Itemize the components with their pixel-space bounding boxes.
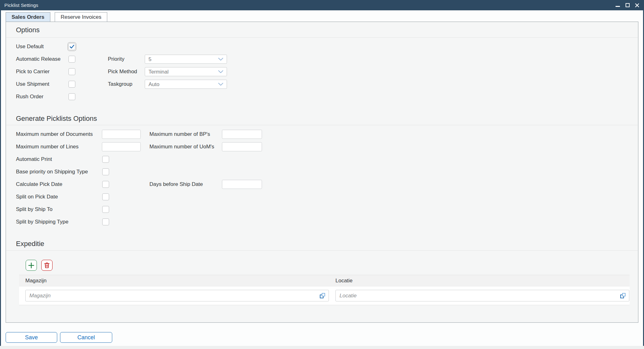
taskgroup-value: Auto <box>148 81 218 87</box>
priority-label: Priority <box>108 56 124 62</box>
pick-method-dropdown[interactable]: Terminal <box>145 67 227 76</box>
value-help-icon[interactable] <box>619 292 626 299</box>
rush-order-row: Rush Order <box>6 90 638 103</box>
pick-to-carrier-row: Pick to Carrier Pick Method Terminal <box>6 65 638 78</box>
save-button[interactable]: Save <box>6 332 57 343</box>
base-priority-checkbox[interactable] <box>102 168 109 175</box>
pick-to-carrier-label: Pick to Carrier <box>16 69 50 75</box>
column-header-locatie: Locatie <box>335 278 353 284</box>
split-on-pick-date-label: Split on Pick Date <box>16 194 58 200</box>
options-section-title: Options <box>16 26 40 34</box>
calculate-pick-date-row: Calculate Pick Date Days before Ship Dat… <box>6 178 638 191</box>
magazijn-input[interactable] <box>26 290 319 301</box>
days-before-ship-date-input[interactable] <box>222 180 262 189</box>
pick-to-carrier-checkbox[interactable] <box>68 68 75 75</box>
base-priority-label: Base priority on Shipping Type <box>16 169 88 175</box>
trash-icon <box>44 262 50 268</box>
section-divider <box>6 125 638 125</box>
use-shipment-label: Use Shipment <box>16 81 49 87</box>
automatic-release-label: Automatic Release <box>16 56 61 62</box>
window-title: Picklist Settings <box>4 3 38 8</box>
tab-bar: Sales Orders Reserve Invoices <box>6 12 107 22</box>
priority-dropdown[interactable]: 5 <box>145 55 227 64</box>
magazijn-field[interactable] <box>25 290 329 301</box>
column-header-magazijn: Magazijn <box>25 278 47 284</box>
tab-sales-orders[interactable]: Sales Orders <box>6 12 50 22</box>
max-uoms-input[interactable] <box>222 142 262 151</box>
locatie-field[interactable] <box>335 290 629 301</box>
pick-method-label: Pick Method <box>108 69 137 75</box>
use-default-row: Use Default <box>6 40 638 53</box>
rush-order-label: Rush Order <box>16 94 43 100</box>
expeditie-table-header: Magazijn Locatie <box>19 275 630 286</box>
minimize-icon[interactable] <box>615 3 620 8</box>
window-controls <box>615 0 640 10</box>
split-by-shipping-type-row: Split by Shipping Type <box>6 216 638 228</box>
split-by-shipping-type-label: Split by Shipping Type <box>16 219 68 225</box>
chevron-down-icon <box>218 83 223 86</box>
chevron-down-icon <box>218 58 223 61</box>
section-divider <box>6 250 638 251</box>
max-documents-row: Maximum number of Documents Maximum numb… <box>6 128 638 141</box>
close-icon[interactable] <box>635 3 640 8</box>
automatic-release-checkbox[interactable] <box>68 56 75 63</box>
automatic-print-label: Automatic Print <box>16 156 52 162</box>
max-lines-label: Maximum number of Lines <box>16 144 78 150</box>
window-bottom-strip <box>0 346 644 349</box>
table-row <box>19 286 630 305</box>
delete-row-button[interactable] <box>41 260 53 271</box>
picklist-settings-dialog: Picklist Settings Sales Orders Reserve I… <box>0 0 644 349</box>
priority-value: 5 <box>148 56 218 62</box>
split-by-ship-to-checkbox[interactable] <box>102 206 109 213</box>
max-uoms-label: Maximum number of UoM's <box>149 144 214 150</box>
use-shipment-row: Use Shipment Taskgroup Auto <box>6 78 638 90</box>
expeditie-section-title: Expeditie <box>16 240 44 248</box>
expeditie-table: Magazijn Locatie <box>19 275 630 305</box>
base-priority-row: Base priority on Shipping Type <box>6 166 638 178</box>
generate-section-title: Generate Picklists Options <box>16 115 97 123</box>
titlebar: Picklist Settings <box>0 0 644 10</box>
automatic-release-row: Automatic Release Priority 5 <box>6 53 638 65</box>
max-documents-input[interactable] <box>102 130 141 139</box>
use-default-label: Use Default <box>16 44 44 50</box>
automatic-print-checkbox[interactable] <box>102 156 109 163</box>
maximize-icon[interactable] <box>625 3 630 8</box>
max-lines-row: Maximum number of Lines Maximum number o… <box>6 141 638 153</box>
split-by-ship-to-row: Split by Ship To <box>6 203 638 216</box>
split-on-pick-date-checkbox[interactable] <box>102 193 109 200</box>
add-row-button[interactable] <box>26 260 37 271</box>
cancel-button[interactable]: Cancel <box>60 332 112 343</box>
automatic-print-row: Automatic Print <box>6 153 638 166</box>
sales-orders-panel: Options Use Default Automatic Release Pr… <box>6 22 638 323</box>
calculate-pick-date-label: Calculate Pick Date <box>16 181 62 187</box>
dialog-content: Sales Orders Reserve Invoices Options Us… <box>1 10 643 346</box>
max-bps-label: Maximum number of BP's <box>149 131 210 137</box>
use-default-checkbox[interactable] <box>68 43 75 50</box>
use-shipment-checkbox[interactable] <box>68 81 75 88</box>
split-on-pick-date-row: Split on Pick Date <box>6 191 638 203</box>
chevron-down-icon <box>218 70 223 73</box>
rush-order-checkbox[interactable] <box>68 93 75 100</box>
split-by-shipping-type-checkbox[interactable] <box>102 218 109 225</box>
taskgroup-label: Taskgroup <box>108 81 132 87</box>
split-by-ship-to-label: Split by Ship To <box>16 206 53 213</box>
days-before-ship-date-label: Days before Ship Date <box>149 181 203 187</box>
taskgroup-dropdown[interactable]: Auto <box>145 80 227 89</box>
tab-reserve-invoices[interactable]: Reserve Invoices <box>55 12 107 22</box>
value-help-icon[interactable] <box>319 292 326 299</box>
calculate-pick-date-checkbox[interactable] <box>102 181 109 188</box>
section-divider <box>6 37 638 38</box>
max-bps-input[interactable] <box>222 130 262 139</box>
pick-method-value: Terminal <box>148 69 218 75</box>
locatie-input[interactable] <box>336 290 619 301</box>
max-documents-label: Maximum number of Documents <box>16 131 93 137</box>
plus-icon <box>28 262 34 269</box>
max-lines-input[interactable] <box>102 142 141 151</box>
